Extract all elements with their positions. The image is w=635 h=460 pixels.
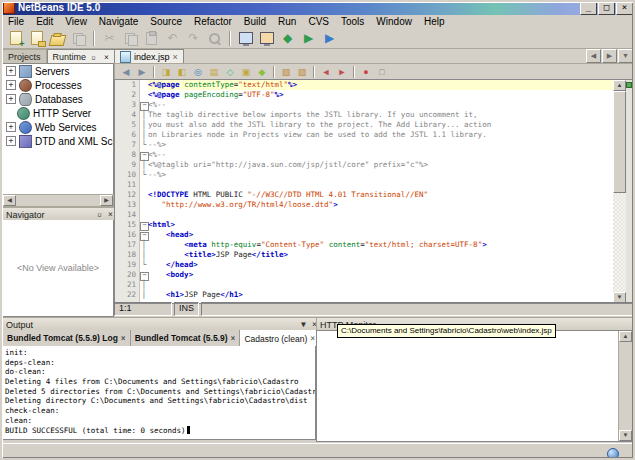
code-line[interactable] bbox=[148, 280, 613, 290]
explorer-tab-close-icon[interactable]: × bbox=[101, 53, 112, 62]
expand-toggle-icon[interactable]: + bbox=[6, 66, 16, 76]
run-file-button[interactable]: ▶ bbox=[298, 29, 319, 47]
code-line[interactable] bbox=[148, 210, 613, 220]
code-line[interactable]: you must also add the JSTL library to th… bbox=[148, 120, 613, 130]
menu-help[interactable]: Help bbox=[418, 16, 451, 27]
code-line[interactable]: <head> bbox=[148, 230, 613, 240]
editor-vertical-scrollbar[interactable]: ▲ ▼ bbox=[613, 80, 626, 303]
monitor-scroll-down-icon[interactable]: ▼ bbox=[619, 430, 632, 441]
code-line[interactable]: --%> bbox=[148, 140, 613, 150]
tree-item-servers[interactable]: +Servers bbox=[3, 64, 113, 78]
code-line[interactable]: <%@page contentType="text/html"%> bbox=[148, 80, 613, 90]
expand-toggle-icon[interactable]: + bbox=[6, 94, 16, 104]
tab-list-dropdown-button[interactable]: ▼ bbox=[618, 49, 633, 63]
output-tab-bundled-tomcat-5-5-9-[interactable]: Bundled Tomcat (5.5.9)× bbox=[131, 330, 241, 346]
editor-scrollbar-thumb[interactable] bbox=[613, 91, 626, 193]
find-next-button[interactable]: ◧ bbox=[174, 65, 190, 79]
tab-scroll-left-button[interactable]: ◀ bbox=[586, 49, 601, 63]
run-main-project-button[interactable]: ◆ bbox=[277, 29, 298, 47]
menu-source[interactable]: Source bbox=[144, 16, 188, 27]
scroll-right-icon[interactable]: ▶ bbox=[100, 195, 113, 206]
explorer-tab-float-icon[interactable]: ▫ bbox=[88, 53, 99, 62]
fold-marker[interactable]: − bbox=[140, 220, 148, 230]
code-editor[interactable]: 12345678910111213141516171819202122 −│││… bbox=[114, 79, 633, 304]
open-project-button[interactable] bbox=[47, 29, 68, 47]
menu-run[interactable]: Run bbox=[272, 16, 302, 27]
toggle-highlight-search-button[interactable]: ▤ bbox=[206, 65, 222, 79]
code-line[interactable]: --%> bbox=[148, 170, 613, 180]
tree-item-web-services[interactable]: +Web Services bbox=[3, 120, 113, 134]
menu-cvs[interactable]: CVS bbox=[302, 16, 335, 27]
fold-marker[interactable]: − bbox=[140, 230, 148, 240]
menu-build[interactable]: Build bbox=[238, 16, 272, 27]
expand-toggle-icon[interactable]: + bbox=[6, 80, 16, 90]
code-line[interactable]: on Libraries node in Projects view can b… bbox=[148, 130, 613, 140]
http-monitor-scrollbar[interactable]: ▲ ▼ bbox=[618, 331, 632, 441]
menu-tools[interactable]: Tools bbox=[335, 16, 370, 27]
code-line[interactable]: <%@taglib uri="http://java.sun.com/jsp/j… bbox=[148, 160, 613, 170]
shift-line-right-button[interactable]: ► bbox=[334, 65, 350, 79]
macro-record-button[interactable]: ● bbox=[358, 65, 374, 79]
output-tab-cadastro-clean-[interactable]: Cadastro (clean)× bbox=[240, 330, 320, 346]
tree-item-http-server[interactable]: HTTP Server bbox=[3, 106, 113, 120]
new-project-button[interactable] bbox=[26, 29, 47, 47]
forward-button[interactable]: ▶ bbox=[134, 65, 150, 79]
code-line[interactable]: <title>JSP Page</title> bbox=[148, 250, 613, 260]
menu-navigate[interactable]: Navigate bbox=[93, 16, 144, 27]
output-console[interactable]: init:deps-clean:do-clean:Deleting 4 file… bbox=[2, 346, 316, 440]
toggle-bookmark-button[interactable]: ◆ bbox=[254, 65, 270, 79]
minimize-button[interactable]: _ bbox=[580, 1, 597, 15]
output-tab-close-icon[interactable]: × bbox=[231, 334, 236, 343]
macro-stop-button[interactable]: □ bbox=[374, 65, 390, 79]
expand-toggle-icon[interactable]: + bbox=[6, 136, 16, 146]
code-line[interactable]: <html> bbox=[148, 220, 613, 230]
output-pin-icon[interactable]: ▼ bbox=[298, 320, 309, 329]
maximize-button[interactable]: □ bbox=[598, 1, 615, 15]
code-line[interactable]: <!DOCTYPE HTML PUBLIC "-//W3C//DTD HTML … bbox=[148, 190, 613, 200]
previous-matching-word-button[interactable]: ▨ bbox=[294, 65, 310, 79]
find-selection-button[interactable]: ◨ bbox=[158, 65, 174, 79]
menu-file[interactable]: File bbox=[2, 16, 30, 27]
next-bookmark-button[interactable]: ▣ bbox=[238, 65, 254, 79]
fold-marker[interactable]: − bbox=[140, 270, 148, 280]
output-tab-close-icon[interactable]: × bbox=[121, 334, 126, 343]
code-line[interactable]: The taglib directive below imports the J… bbox=[148, 110, 613, 120]
explorer-tab-projects[interactable]: Projects bbox=[2, 49, 47, 63]
navigator-float-icon[interactable]: ▫ bbox=[94, 210, 105, 219]
menu-window[interactable]: Window bbox=[370, 16, 418, 27]
editor-scrollbar-track[interactable] bbox=[613, 193, 626, 292]
code-line[interactable]: <%-- bbox=[148, 100, 613, 110]
tree-item-dtd-xml-catalogs[interactable]: +DTD and XML Schema Catalogs bbox=[3, 134, 113, 148]
code-line[interactable]: <meta http-equiv="Content-Type" content=… bbox=[148, 240, 613, 250]
code-line[interactable]: </head> bbox=[148, 260, 613, 270]
code-fold-column[interactable]: −│││└−│└−−││└−││ bbox=[140, 80, 148, 303]
back-button[interactable]: ◀ bbox=[118, 65, 134, 79]
tab-index-jsp[interactable]: index.jsp × bbox=[114, 49, 184, 63]
code-line[interactable]: <body> bbox=[148, 270, 613, 280]
editor-tab-close-icon[interactable]: × bbox=[173, 52, 178, 62]
tab-scroll-right-button[interactable]: ▶ bbox=[602, 49, 617, 63]
runtime-horizontal-scrollbar[interactable]: ◀ ▶ bbox=[2, 194, 114, 207]
code-line[interactable]: "http://www.w3.org/TR/html4/loose.dtd"> bbox=[148, 200, 613, 210]
menu-edit[interactable]: Edit bbox=[30, 16, 59, 27]
code-lines[interactable]: <%@page contentType="text/html"%><%@page… bbox=[148, 80, 613, 303]
tree-item-databases[interactable]: +Databases bbox=[3, 92, 113, 106]
output-tab-bundled-tomcat-5-5-9-log[interactable]: Bundled Tomcat (5.5.9) Log× bbox=[3, 330, 131, 346]
code-line[interactable]: <%-- bbox=[148, 150, 613, 160]
close-button[interactable]: × bbox=[616, 1, 633, 15]
code-line[interactable]: <h1>JSP Page</h1> bbox=[148, 290, 613, 300]
explorer-tab-runtime[interactable]: Runtime▫× bbox=[47, 49, 119, 63]
code-line[interactable] bbox=[148, 180, 613, 190]
next-matching-word-button[interactable]: ▧ bbox=[278, 65, 294, 79]
previous-bookmark-button[interactable]: ◇ bbox=[222, 65, 238, 79]
output-tab-close-icon[interactable]: × bbox=[310, 334, 315, 343]
monitor-scroll-up-icon[interactable]: ▲ bbox=[619, 331, 632, 342]
debug-main-project-button[interactable]: ▶ bbox=[319, 29, 340, 47]
shift-line-left-button[interactable]: ◄ bbox=[318, 65, 334, 79]
find-previous-button[interactable]: ◎ bbox=[190, 65, 206, 79]
editor-scroll-up-icon[interactable]: ▲ bbox=[613, 80, 626, 91]
code-line[interactable]: <%@page pageEncoding="UTF-8"%> bbox=[148, 90, 613, 100]
fold-marker[interactable]: − bbox=[140, 150, 148, 160]
expand-toggle-icon[interactable]: + bbox=[6, 122, 16, 132]
new-file-button[interactable] bbox=[5, 29, 26, 47]
